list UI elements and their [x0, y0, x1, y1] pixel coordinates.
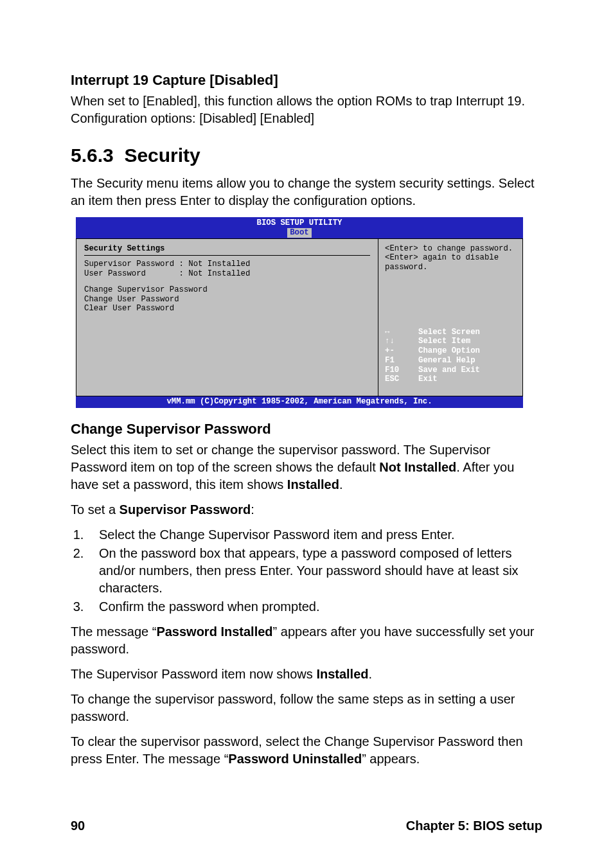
section-title: Security: [124, 145, 200, 166]
bios-help-2: <Enter> again to disable password.: [385, 253, 516, 272]
bios-nav-label: Select Screen: [418, 328, 480, 337]
heading-interrupt: Interrupt 19 Capture [Disabled]: [71, 71, 542, 90]
bios-nav: ↔Select Screen ↑↓Select Item +-Change Op…: [385, 328, 516, 391]
bios-footer: vMM.mm (C)Copyright 1985-2002, American …: [76, 396, 523, 408]
text-bold: Not Installed: [379, 460, 456, 474]
text-bold: Installed: [316, 667, 368, 681]
bios-nav-label: Save and Exit: [418, 366, 480, 375]
bios-nav-row: F1General Help: [385, 356, 516, 366]
text: ” appears.: [362, 752, 420, 766]
msg-paragraph-4: To clear the supervisor password, select…: [71, 733, 542, 768]
text: .: [369, 667, 373, 681]
page-footer: 90 Chapter 5: BIOS setup: [71, 817, 542, 835]
bios-supervisor-line: Supervisor Password : Not Installed: [84, 260, 370, 269]
bios-nav-row: ↑↓Select Item: [385, 337, 516, 346]
bios-help-1: <Enter> to change password.: [385, 244, 516, 254]
text: :: [251, 502, 254, 517]
security-intro: The Security menu items allow you to cha…: [71, 175, 542, 209]
bios-nav-label: General Help: [418, 356, 475, 366]
bios-title: BIOS SETUP UTILITY: [76, 218, 523, 228]
arrow-lr-icon: ↔: [385, 328, 418, 337]
bios-nav-label: Select Item: [418, 337, 470, 346]
bios-nav-row: ↔Select Screen: [385, 328, 516, 337]
heading-csp: Change Supervisor Password: [71, 420, 542, 439]
msg-paragraph-2: The Supervisor Password item now shows I…: [71, 666, 542, 683]
interrupt-text: When set to [Enabled], this function all…: [71, 93, 542, 127]
text: The message “: [71, 624, 156, 639]
section-number: 5.6.3: [71, 145, 114, 166]
bios-menu-item: Change User Password: [84, 295, 370, 305]
bios-nav-row: ESCExit: [385, 375, 516, 384]
bios-tab: Boot: [287, 228, 312, 238]
bios-titlebar: BIOS SETUP UTILITY Boot: [76, 217, 523, 238]
msg-paragraph-3: To change the supervisor password, follo…: [71, 691, 542, 725]
f1-key: F1: [385, 356, 418, 366]
esc-key: ESC: [385, 375, 418, 384]
list-item: Confirm the password when prompted.: [87, 598, 542, 616]
bios-left-panel: Security Settings Supervisor Password : …: [76, 239, 378, 396]
bios-left-heading: Security Settings: [84, 244, 370, 254]
bios-nav-label: Exit: [418, 375, 438, 384]
bios-user-line: User Password : Not Installed: [84, 269, 370, 279]
text-bold: Password Installed: [156, 624, 272, 639]
text-bold: Supervisor Password: [120, 502, 251, 517]
bios-nav-label: Change Option: [418, 346, 480, 356]
bios-nav-row: F10Save and Exit: [385, 366, 516, 375]
page-number: 90: [71, 817, 85, 835]
list-item: On the password box that appears, type a…: [87, 545, 542, 597]
list-item: Select the Change Supervisor Password it…: [87, 526, 542, 544]
text: To set a: [71, 502, 120, 517]
bios-nav-row: +-Change Option: [385, 346, 516, 356]
chapter-label: Chapter 5: BIOS setup: [406, 817, 542, 835]
bios-menu-item: Clear User Password: [84, 304, 370, 314]
bios-menu-item: Change Supervisor Password: [84, 285, 370, 295]
bios-help: <Enter> to change password. <Enter> agai…: [385, 244, 516, 272]
bios-screenshot: BIOS SETUP UTILITY Boot Security Setting…: [76, 217, 523, 408]
bios-body: Security Settings Supervisor Password : …: [76, 238, 523, 397]
text: .: [339, 477, 343, 492]
csp-paragraph-2: To set a Supervisor Password:: [71, 501, 542, 518]
plus-minus-icon: +-: [385, 346, 418, 356]
f10-key: F10: [385, 366, 418, 375]
arrow-ud-icon: ↑↓: [385, 337, 418, 346]
steps-list: Select the Change Supervisor Password it…: [71, 526, 542, 616]
csp-paragraph-1: Select this item to set or change the su…: [71, 441, 542, 493]
msg-paragraph-1: The message “Password Installed” appears…: [71, 623, 542, 658]
section-heading: 5.6.3 Security: [71, 143, 542, 169]
text-bold: Installed: [287, 477, 339, 492]
text-bold: Password Uninstalled: [228, 752, 362, 766]
bios-right-panel: <Enter> to change password. <Enter> agai…: [378, 239, 523, 396]
text: The Supervisor Password item now shows: [71, 667, 316, 681]
